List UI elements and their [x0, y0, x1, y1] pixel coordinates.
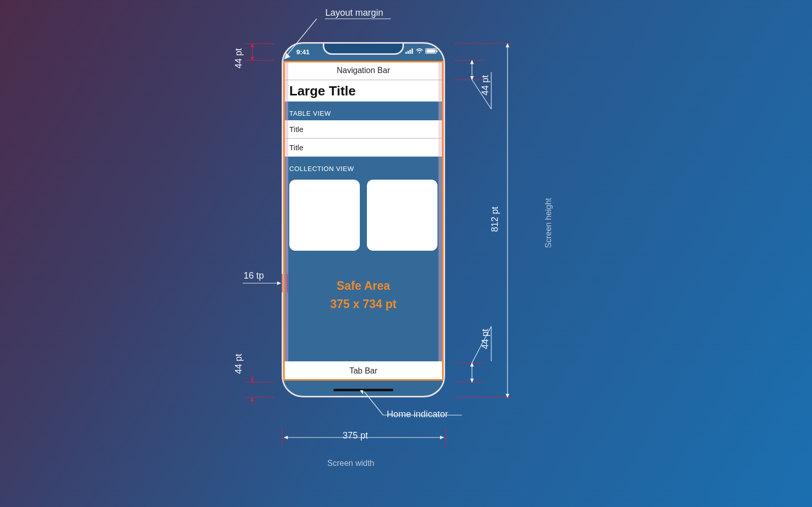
svg-rect-1: [408, 51, 409, 54]
svg-point-4: [419, 52, 420, 53]
dim-layout-margin: 16 tp: [244, 271, 264, 281]
dim-navbar-height: 44 pt: [480, 75, 491, 95]
phone-notch: [323, 43, 404, 55]
wifi-icon: [416, 48, 423, 54]
phone-frame: 9:41 Navigation Bar Large Title TABLE VI…: [282, 42, 445, 397]
status-icons: [405, 48, 436, 54]
collection-item: [367, 180, 437, 251]
svg-rect-3: [412, 49, 413, 54]
status-time: 9:41: [296, 48, 310, 56]
navigation-bar: Navigation Bar: [283, 61, 444, 80]
table-section-header: TABLE VIEW: [283, 102, 444, 120]
label-home-indicator: Home indicator: [387, 409, 448, 420]
dim-screen-height: 812 pt: [490, 207, 500, 232]
layout-margin-tint: [283, 61, 288, 381]
table-row: Title: [283, 120, 444, 139]
safe-area-size: 375 x 734 pt: [283, 295, 444, 314]
collection-view: [283, 176, 444, 251]
safe-area-label: Safe Area 375 x 734 pt: [283, 277, 444, 313]
battery-icon: [425, 48, 436, 54]
label-screen-height: Screen height: [544, 198, 553, 248]
layout-margin-tint: [438, 61, 444, 381]
label-layout-margin: Layout margin: [325, 8, 383, 18]
large-title: Large Title: [283, 80, 444, 102]
collection-section-header: COLLECTION VIEW: [283, 157, 444, 176]
dim-screen-width: 375 pt: [343, 430, 368, 441]
label-screen-width: Screen width: [327, 459, 375, 468]
dim-tabbar-height: 44 pt: [480, 329, 491, 349]
svg-rect-2: [410, 50, 411, 54]
dim-bottom-inset: 44 pt: [233, 354, 244, 374]
collection-item: [289, 180, 360, 251]
svg-rect-0: [405, 52, 407, 54]
tab-bar: Tab Bar: [283, 361, 444, 381]
home-indicator-bar: [333, 389, 393, 391]
table-row: Title: [283, 139, 444, 157]
dim-statusbar-height: 44 pt: [233, 48, 244, 69]
cellular-icon: [405, 48, 414, 54]
safe-area-title: Safe Area: [283, 277, 444, 295]
